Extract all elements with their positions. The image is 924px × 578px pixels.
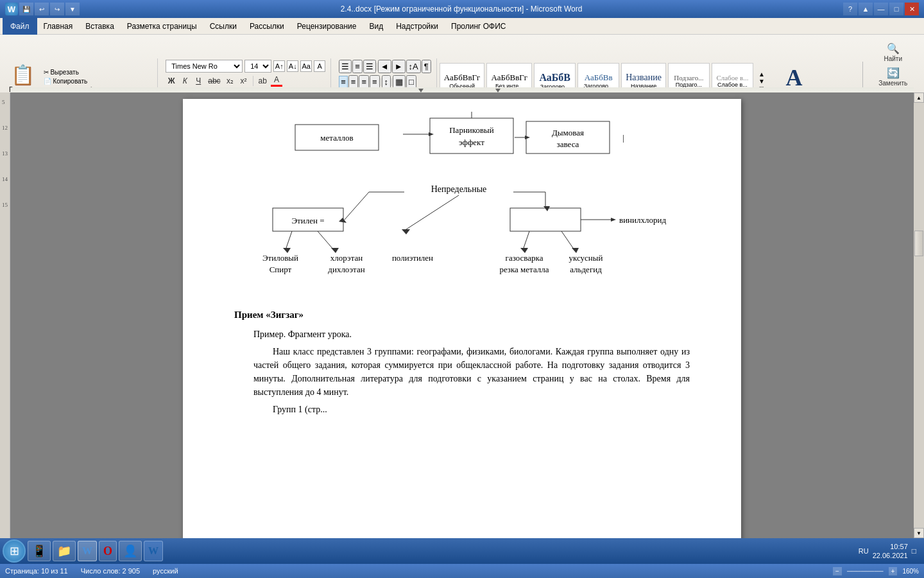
superscript-btn[interactable]: x² bbox=[238, 76, 250, 86]
numbering-btn[interactable]: ≡ bbox=[352, 60, 363, 73]
font-size-selector[interactable]: 14 bbox=[244, 60, 271, 73]
svg-line-41 bbox=[345, 192, 369, 220]
clear-format-btn[interactable]: A bbox=[314, 60, 325, 72]
undo-btn[interactable]: ↩ bbox=[35, 3, 49, 15]
quick-access-dropdown[interactable]: ▼ bbox=[65, 3, 80, 15]
line-spacing-btn[interactable]: ↕ bbox=[382, 75, 391, 89]
sort-btn[interactable]: ↕A bbox=[406, 60, 421, 73]
window-controls[interactable]: ? ▲ — □ ✕ bbox=[843, 3, 919, 15]
find-btn[interactable]: 🔍 Найти bbox=[882, 41, 904, 64]
save-quick-btn[interactable]: 💾 bbox=[19, 3, 33, 15]
show-marks-btn[interactable]: ¶ bbox=[422, 60, 431, 73]
redo-btn[interactable]: ↪ bbox=[50, 3, 64, 15]
svg-line-53 bbox=[404, 195, 459, 231]
svg-marker-58 bbox=[572, 248, 579, 253]
proling-menu[interactable]: Пролинг ОФИС bbox=[445, 19, 513, 33]
shading-btn[interactable]: ▦ bbox=[393, 75, 406, 89]
zoom-out-btn[interactable]: − bbox=[833, 567, 842, 575]
cut-button[interactable]: ✂Вырезать bbox=[42, 68, 110, 76]
svg-line-57 bbox=[561, 231, 574, 250]
increase-indent-btn[interactable]: ► bbox=[392, 60, 406, 73]
svg-line-51 bbox=[318, 231, 334, 250]
taskbar-word2[interactable]: W bbox=[144, 541, 163, 561]
lbl-13: 13 bbox=[2, 150, 8, 157]
lbl-14: 14 bbox=[2, 176, 8, 182]
strikethrough-btn[interactable]: abc bbox=[206, 76, 222, 86]
copy-button[interactable]: 📄Копировать bbox=[42, 77, 110, 85]
zoom-slider-area[interactable]: ──────── bbox=[847, 568, 884, 575]
top-diagram-svg: металлов Парниковый эффект Дымовая завес… bbox=[244, 112, 680, 163]
statusbar-right: − ──────── + 160% bbox=[833, 567, 919, 575]
mailings-menu[interactable]: Рассылки bbox=[243, 19, 291, 33]
help-btn[interactable]: ? bbox=[843, 3, 857, 15]
taskbar-viber[interactable]: 📱 bbox=[28, 541, 51, 561]
replace-btn[interactable]: 🔄 Заменить bbox=[877, 66, 909, 88]
zoom-in-btn[interactable]: + bbox=[889, 567, 898, 575]
close-btn[interactable]: ✕ bbox=[905, 3, 919, 15]
paragraph1: Пример. Фрагмент урока. bbox=[253, 328, 690, 341]
taskbar-photo[interactable]: 👤 bbox=[119, 541, 142, 561]
references-menu[interactable]: Ссылки bbox=[203, 19, 243, 33]
file-menu[interactable]: Файл bbox=[3, 18, 37, 35]
change-styles-a[interactable]: A bbox=[785, 66, 802, 89]
bullets-btn[interactable]: ☰ bbox=[339, 60, 352, 73]
taskbar-opera[interactable]: O bbox=[99, 541, 117, 561]
document-area: металлов Парниковый эффект Дымовая завес… bbox=[10, 92, 914, 552]
borders-btn[interactable]: □ bbox=[406, 75, 416, 89]
locale-indicator[interactable]: RU bbox=[859, 547, 869, 555]
svg-marker-47 bbox=[611, 218, 616, 222]
home-menu[interactable]: Главная bbox=[37, 19, 80, 33]
font-name-selector[interactable]: Times New Ro bbox=[166, 60, 243, 73]
notification-btn[interactable]: □ bbox=[912, 547, 916, 556]
svg-rect-23 bbox=[430, 118, 513, 153]
italic-btn[interactable]: К bbox=[179, 76, 191, 86]
view-menu[interactable]: Вид bbox=[363, 19, 389, 33]
highlight-btn[interactable]: ab bbox=[257, 76, 269, 86]
decrease-indent-btn[interactable]: ◄ bbox=[378, 60, 391, 73]
svg-text:эффект: эффект bbox=[459, 137, 484, 147]
minimize-btn[interactable]: — bbox=[874, 3, 888, 15]
right-scrollbar[interactable]: ▲ ▼ bbox=[914, 92, 924, 538]
ribbon-toggle-btn[interactable]: ▲ bbox=[859, 3, 873, 15]
svg-marker-54 bbox=[402, 229, 410, 234]
svg-text:Дымовая: Дымовая bbox=[552, 128, 584, 137]
start-button[interactable]: ⊞ bbox=[3, 539, 26, 563]
taskbar-file-explorer[interactable]: 📁 bbox=[53, 541, 76, 561]
subscript-btn[interactable]: x₂ bbox=[225, 76, 236, 86]
taskbar-word[interactable]: W bbox=[78, 541, 97, 561]
document-text: Прием «Зигзаг» Пример. Фрагмент урока. Н… bbox=[234, 308, 690, 416]
word-icon: W bbox=[5, 3, 18, 15]
quick-access-toolbar[interactable]: W 💾 ↩ ↪ ▼ bbox=[5, 3, 80, 15]
align-right-btn[interactable]: ≡ bbox=[359, 75, 369, 89]
svg-marker-50 bbox=[283, 248, 291, 253]
main-diagram: Непредельные Этилен = винилхлорид bbox=[234, 176, 690, 295]
justify-btn[interactable]: ≡ bbox=[370, 75, 380, 89]
bold-btn[interactable]: Ж bbox=[166, 76, 177, 86]
titlebar: W 💾 ↩ ↪ ▼ 2.4..docx [Режим ограниченной … bbox=[0, 0, 924, 18]
window-title: 2.4..docx [Режим ограниченной функционал… bbox=[80, 4, 843, 13]
scroll-thumb[interactable] bbox=[914, 231, 923, 256]
svg-text:Этилен =: Этилен = bbox=[291, 216, 324, 225]
align-left-btn[interactable]: ≡ bbox=[339, 76, 348, 88]
page-layout-menu[interactable]: Разметка страницы bbox=[121, 19, 203, 33]
taskbar: ⊞ 📱 📁 W O 👤 W RU 10:57 22.06.2021 □ bbox=[0, 538, 924, 564]
maximize-btn[interactable]: □ bbox=[889, 3, 903, 15]
review-menu[interactable]: Рецензирование bbox=[291, 19, 363, 33]
lbl-15: 15 bbox=[2, 202, 8, 208]
scroll-up-btn[interactable]: ▲ bbox=[914, 92, 924, 103]
addins-menu[interactable]: Надстройки bbox=[389, 19, 445, 33]
insert-menu[interactable]: Вставка bbox=[79, 19, 121, 33]
scroll-track[interactable] bbox=[914, 103, 924, 528]
scroll-down-btn[interactable]: ▼ bbox=[914, 528, 924, 538]
page-status: Страница: 10 из 11 bbox=[5, 567, 68, 575]
underline-btn[interactable]: Ч bbox=[193, 76, 204, 86]
svg-rect-39 bbox=[510, 208, 581, 231]
align-center-btn[interactable]: ≡ bbox=[348, 75, 359, 89]
grow-font-btn[interactable]: A↑ bbox=[273, 60, 285, 72]
case-btn[interactable]: Aa bbox=[300, 60, 312, 72]
font-color-btn[interactable]: A bbox=[271, 74, 282, 87]
svg-text:завеса: завеса bbox=[557, 139, 579, 149]
svg-text:Этиловый: Этиловый bbox=[262, 253, 298, 263]
shrink-font-btn[interactable]: A↓ bbox=[287, 60, 298, 72]
multilevel-btn[interactable]: ☰ bbox=[363, 60, 376, 73]
